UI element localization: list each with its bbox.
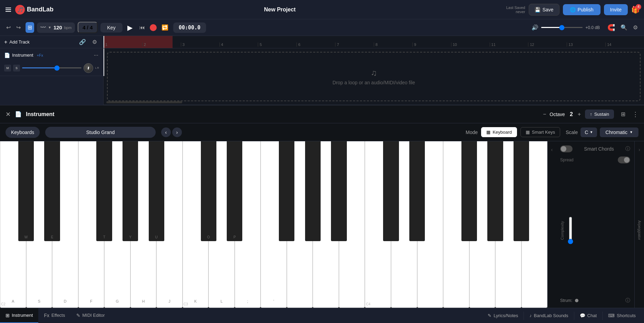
track-fx-label: +Fx: [37, 53, 43, 57]
smart-keys-mode-button[interactable]: ▦ Smart Keys: [520, 127, 560, 137]
key-shortcut-e3: ;: [247, 299, 248, 303]
sustain-button[interactable]: ↑ Sustain: [585, 110, 614, 119]
panel-left-button[interactable]: ‹: [550, 144, 554, 155]
save-button[interactable]: 💾 Save: [529, 4, 559, 16]
play-button[interactable]: ▶: [125, 21, 135, 34]
notification-badge[interactable]: 🎁 4: [631, 6, 640, 14]
arpeggiator-tab[interactable]: Arpeggiator: [637, 155, 642, 305]
black-key-gs2[interactable]: Y: [123, 141, 138, 241]
last-saved-time: never: [506, 10, 525, 14]
black-key-fs4[interactable]: [461, 141, 477, 241]
loop-button[interactable]: 🔁: [159, 22, 170, 33]
h-scrollbar[interactable]: [104, 101, 644, 103]
black-key-as2[interactable]: U: [149, 141, 164, 241]
lyrics-notes-button[interactable]: ✎ Lyrics/Notes: [484, 313, 522, 318]
grid-view-button[interactable]: ⊞: [621, 111, 625, 117]
black-key-fs3[interactable]: [279, 141, 294, 241]
tracks-area: + Add Track 🔗 ⚙ 📄 Instrument +Fx: [0, 36, 644, 105]
track-volume-slider[interactable]: [22, 67, 81, 68]
spread-toggle[interactable]: [618, 156, 630, 163]
skip-back-button[interactable]: ⏮: [137, 22, 147, 33]
hamburger-menu[interactable]: [4, 6, 12, 13]
transport-bar: ↩ ↪ ⊞ 〰 ▼ 120 bpm 4 / 4 Key ▶ ⏮ 🔁 00:00.…: [0, 19, 644, 36]
volume-slider[interactable]: [541, 27, 583, 28]
preset-selector-button[interactable]: Studio Grand: [45, 127, 156, 138]
black-key-fs2[interactable]: T: [96, 141, 112, 241]
tab-effects[interactable]: Fx Effects: [38, 308, 70, 323]
black-key-as3[interactable]: [331, 141, 347, 241]
smart-chords-info-button[interactable]: ⓘ: [625, 146, 630, 152]
track-lane-1: ♫ Drop a loop or an audio/MIDI/video fil…: [104, 48, 644, 105]
add-track-button[interactable]: + Add Track: [4, 39, 30, 45]
undo-button[interactable]: ↩: [4, 22, 13, 33]
edit-mode-button[interactable]: ⊞: [26, 22, 34, 33]
snap-icon[interactable]: 🧲: [605, 22, 617, 34]
ruler-marks: 1234567891011121314: [104, 36, 644, 48]
scale-type-button[interactable]: Chromatic ▼: [600, 127, 638, 137]
instrument-more-button[interactable]: ⋮: [632, 111, 638, 118]
black-key-ds2[interactable]: E: [44, 141, 60, 241]
spread-row: Spread: [560, 156, 630, 163]
black-key-cs2[interactable]: W: [18, 141, 34, 241]
grid-settings-button[interactable]: ⚙: [631, 22, 640, 34]
octave-decrease-button[interactable]: −: [543, 111, 546, 117]
tab-midi-editor[interactable]: ✎ MIDI Editor: [71, 308, 110, 323]
black-key-gs4[interactable]: [487, 141, 503, 241]
track-pan-knob[interactable]: [84, 63, 93, 73]
complexity-slider[interactable]: [567, 217, 574, 244]
key-button[interactable]: Key: [100, 23, 123, 32]
black-key-gs3[interactable]: [305, 141, 321, 241]
strum-info-button[interactable]: ⓘ: [625, 297, 630, 304]
link-tracks-button[interactable]: 🔗: [77, 37, 88, 47]
keyboard-mode-button[interactable]: ▦ Keyboard: [481, 127, 517, 137]
chat-button[interactable]: 💬 Chat: [576, 313, 601, 318]
spread-label: Spread: [560, 158, 574, 162]
black-key-cs3[interactable]: O: [201, 141, 216, 241]
key-shortcut-c3: K: [194, 299, 197, 303]
track-options-button[interactable]: ···: [93, 51, 99, 59]
metronome-icon: 〰: [40, 25, 46, 31]
timeline-ruler[interactable]: 1234567891011121314: [104, 36, 644, 48]
right-panel: ‹ Smart Chords ⓘ Spread: [547, 141, 644, 308]
octave-increase-button[interactable]: +: [578, 111, 581, 117]
preset-prev-button[interactable]: ‹: [161, 127, 171, 137]
scrollbar-thumb[interactable]: [106, 101, 182, 103]
bpm-label: bpm: [64, 26, 71, 30]
record-button[interactable]: [150, 24, 157, 31]
instrument-panel: ✕ 📄 Instrument − Octave 2 + ↑ Sustain ⊞ …: [0, 105, 644, 308]
tab-instrument[interactable]: ⊞ Instrument: [0, 308, 38, 323]
black-key-cs4[interactable]: [383, 141, 399, 241]
ruler-mark-9: 9: [412, 36, 416, 48]
instrument-header: ✕ 📄 Instrument − Octave 2 + ↑ Sustain ⊞ …: [0, 105, 644, 123]
time-value: 00:00.0: [179, 25, 201, 31]
key-shortcut-f2: F: [90, 299, 92, 303]
app-logo: 🎵 BandLab: [15, 5, 53, 15]
piano-keyboard[interactable]: AC2SDFGHJKC3L;'C4WETYUOP: [0, 141, 547, 308]
shortcuts-button[interactable]: ⌨ Shortcuts: [604, 313, 640, 318]
bpm-section[interactable]: 〰 ▼ 120 bpm: [37, 22, 75, 33]
solo-button[interactable]: S: [13, 65, 20, 72]
bandlab-sounds-button[interactable]: ♪ BandLab Sounds: [525, 313, 572, 318]
preset-next-button[interactable]: ›: [172, 127, 182, 137]
mute-button[interactable]: M: [4, 65, 11, 72]
panel-right-button[interactable]: ›: [637, 144, 642, 155]
track-settings-button[interactable]: ⚙: [90, 37, 99, 47]
publish-button[interactable]: 🌐 Publish: [563, 4, 601, 15]
save-icon: 💾: [535, 7, 540, 12]
zoom-out-button[interactable]: 🔍: [618, 22, 630, 34]
scale-key-button[interactable]: C ▼: [580, 127, 597, 137]
keyboard-type-button[interactable]: Keyboards: [6, 127, 40, 138]
time-signature-button[interactable]: 4 / 4: [78, 22, 97, 33]
black-key-ds3[interactable]: P: [227, 141, 242, 241]
close-instrument-button[interactable]: ✕: [6, 111, 11, 118]
black-key-ds4[interactable]: [409, 141, 425, 241]
key-shortcut-f3: ': [273, 299, 274, 303]
bottom-bar: ⊞ Instrument Fx Effects ✎ MIDI Editor ✎ …: [0, 308, 644, 323]
bpm-value: 120: [53, 25, 62, 30]
invite-button[interactable]: Invite: [604, 4, 628, 15]
keyboard-type-label: Keyboards: [11, 130, 34, 135]
black-key-as4[interactable]: [514, 141, 529, 241]
chat-icon: 💬: [580, 313, 585, 318]
redo-button[interactable]: ↪: [14, 22, 23, 33]
smart-chords-toggle[interactable]: [560, 145, 573, 152]
